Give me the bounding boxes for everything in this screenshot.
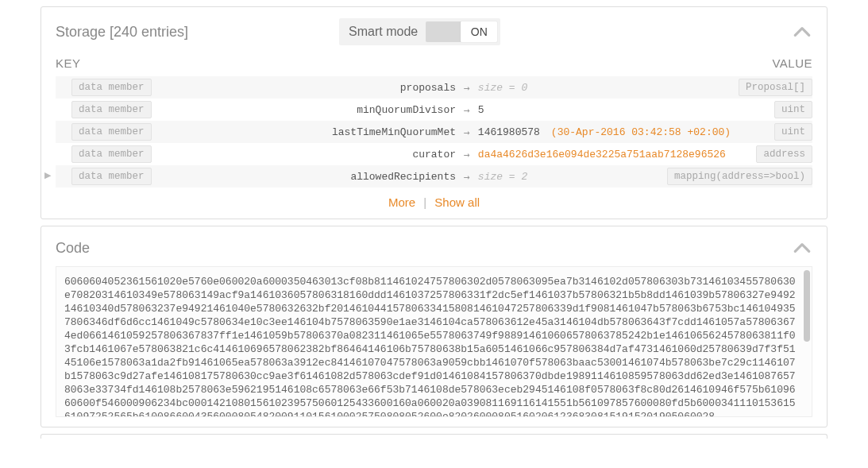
code-title: Code [56, 240, 90, 257]
table-row: data memberlastTimeMinQuorumMet→14619805… [56, 121, 812, 143]
table-row: data memberminQuorumDivisor→5uint [56, 99, 812, 121]
smart-mode-label: Smart mode [349, 25, 418, 39]
storage-title: Storage [240 entries] [56, 24, 188, 41]
code-header: Code [56, 238, 812, 258]
next-panel-stub [41, 434, 827, 439]
storage-footer: More | Show all [56, 195, 812, 209]
member-badge: data member [71, 168, 152, 185]
key-column: data memberproposals [56, 79, 461, 96]
key-name: allowedRecipients [350, 171, 461, 183]
type-badge: mapping(address=>bool) [667, 168, 812, 185]
table-row: data membercurator→da4a4626d3e16e094de32… [56, 143, 812, 165]
expand-icon[interactable]: ▶ [44, 170, 51, 180]
separator: | [423, 195, 426, 209]
type-badge: Proposal[] [739, 79, 812, 96]
value-text: 1461980578 [478, 126, 540, 138]
arrow-icon: → [464, 171, 470, 183]
arrow-icon: → [464, 104, 470, 116]
key-name: curator [412, 149, 461, 161]
value-link[interactable]: da4a4626d3e16e094de3225a751aab7128e96526 [478, 149, 726, 161]
storage-columns: KEY VALUE [56, 56, 812, 70]
storage-rows: data memberproposals→size = 0Proposal[]d… [56, 76, 812, 188]
value-cell: da4a4626d3e16e094de3225a751aab7128e96526 [478, 149, 757, 161]
code-bytecode[interactable]: 6060604052361561020e5760e060020a60003504… [56, 267, 812, 416]
collapse-code-icon[interactable] [792, 238, 812, 258]
col-value: VALUE [469, 56, 812, 70]
arrow-icon: → [464, 126, 470, 138]
arrow-icon: → [464, 149, 470, 161]
value-text: 5 [478, 104, 484, 116]
value-cell: size = 2 [478, 171, 667, 183]
table-row: data memberproposals→size = 0Proposal[] [56, 76, 812, 99]
table-row: ▶data memberallowedRecipients→size = 2ma… [56, 165, 812, 188]
code-area-wrap: 6060604052361561020e5760e060020a60003504… [56, 266, 812, 417]
show-all-link[interactable]: Show all [434, 195, 480, 209]
arrow-icon: → [464, 82, 470, 94]
value-date: (30-Apr-2016 03:42:58 +02:00) [551, 126, 731, 138]
collapse-storage-icon[interactable] [792, 21, 812, 42]
member-badge: data member [71, 101, 152, 118]
member-badge: data member [71, 145, 152, 163]
value-text: size = 0 [478, 82, 527, 94]
col-key: KEY [56, 56, 469, 70]
storage-panel: Storage [240 entries] Smart mode ON KEY … [41, 6, 827, 219]
key-column: data memberallowedRecipients [56, 168, 461, 185]
type-badge: address [756, 145, 812, 163]
value-text: size = 2 [478, 171, 527, 183]
key-name: minQuorumDivisor [357, 104, 461, 116]
more-link[interactable]: More [388, 195, 415, 209]
value-cell: 1461980578(30-Apr-2016 03:42:58 +02:00) [478, 126, 774, 138]
member-badge: data member [71, 123, 152, 141]
switch-knob: ON [461, 21, 497, 42]
value-cell: 5 [478, 104, 774, 116]
key-column: data membercurator [56, 145, 461, 163]
key-column: data memberminQuorumDivisor [56, 101, 461, 118]
smart-mode-control: Smart mode ON [339, 18, 500, 45]
value-cell: size = 0 [478, 82, 739, 94]
key-name: lastTimeMinQuorumMet [332, 126, 461, 138]
type-badge: uint [774, 101, 812, 118]
code-panel: Code 6060604052361561020e5760e060020a600… [41, 226, 827, 427]
code-scrollbar[interactable] [804, 270, 810, 342]
smart-mode-switch[interactable]: ON [426, 21, 497, 42]
key-name: proposals [400, 82, 461, 94]
storage-header: Storage [240 entries] Smart mode ON [56, 18, 812, 45]
key-column: data memberlastTimeMinQuorumMet [56, 123, 461, 141]
member-badge: data member [71, 79, 152, 96]
type-badge: uint [774, 123, 812, 141]
